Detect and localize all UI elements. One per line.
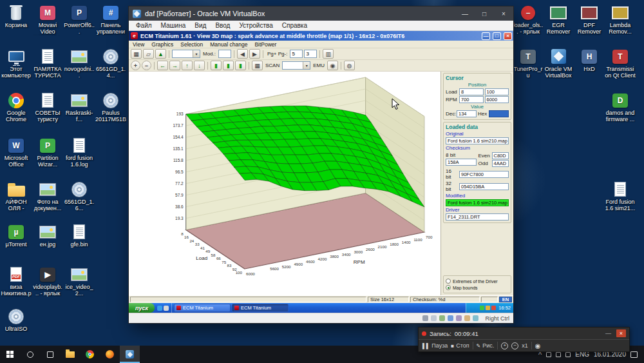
desktop-icon-photo[interactable]: Lambda Remov... bbox=[605, 4, 636, 35]
minimize-button[interactable]: — bbox=[455, 6, 475, 21]
load-max-field[interactable]: 100 bbox=[485, 88, 509, 95]
desktop-icon-app[interactable]: #Панель управления bbox=[95, 4, 126, 35]
extremes-option[interactable]: Extremes of the Driver bbox=[446, 279, 509, 284]
desktop-icon-img[interactable]: Raskraski-f... bbox=[64, 92, 95, 123]
close-button[interactable]: × bbox=[494, 6, 513, 21]
rotate-right-button[interactable]: → bbox=[169, 61, 180, 70]
xp-tray-icon[interactable] bbox=[486, 306, 490, 310]
desktop-icon-page[interactable]: gfe.bin bbox=[64, 223, 95, 248]
webcam-icon[interactable]: ◉ bbox=[535, 342, 541, 349]
tray-icon[interactable] bbox=[556, 352, 561, 357]
menu-item-Машина[interactable]: Машина bbox=[156, 22, 191, 29]
firefox-button[interactable] bbox=[100, 346, 120, 363]
rpm-value-field[interactable]: 700 bbox=[459, 96, 484, 103]
maximize-button[interactable]: □ bbox=[475, 6, 494, 21]
emu-button[interactable]: ◉ bbox=[327, 61, 338, 70]
hdd-icon[interactable] bbox=[422, 315, 428, 321]
desktop-icon-photo[interactable]: DPF Remover 2017.05 bbox=[574, 4, 605, 35]
map-table-button[interactable]: ▦ bbox=[252, 61, 263, 70]
xp-tray-icon[interactable] bbox=[491, 306, 496, 310]
scan-select[interactable]: ▾ bbox=[282, 61, 310, 70]
desktop-icon-app[interactable]: HHxD bbox=[574, 48, 605, 72]
desktop-icon-page[interactable]: СОВЕТЫ туристу СУ... bbox=[32, 92, 63, 123]
desktop-icon-disc[interactable]: 6561GD_1.6... bbox=[64, 181, 95, 211]
ecm-minimize-button[interactable]: — bbox=[482, 32, 490, 40]
recorder-titlebar[interactable]: Запись: 00:09:41 — × bbox=[419, 328, 629, 339]
bit32-value-field[interactable]: 054D15BA bbox=[459, 183, 509, 190]
driver-field[interactable]: F14_2311.DRT bbox=[446, 213, 509, 221]
ecm-menu-item[interactable]: Manual change bbox=[210, 41, 247, 48]
action-center-icon[interactable] bbox=[630, 351, 638, 358]
bit8-value-field[interactable]: 158A bbox=[446, 159, 477, 166]
desktop-icon-app[interactable]: TTransmission Qt Client bbox=[605, 48, 636, 79]
desktop-icon-app[interactable]: Ddamos and firmware ... bbox=[605, 92, 636, 123]
start-button[interactable] bbox=[0, 346, 20, 363]
mod-field[interactable] bbox=[218, 50, 231, 58]
desktop-icon-app[interactable]: MMovavi Video Editor Plus bbox=[32, 4, 63, 35]
desktop-icon-img[interactable]: ice_video_2... bbox=[64, 266, 95, 297]
tray-icon[interactable] bbox=[546, 352, 551, 357]
zoom-in-button[interactable]: + bbox=[131, 61, 140, 70]
menu-item-Справка[interactable]: Справка bbox=[278, 22, 312, 29]
desktop-icon-disc[interactable]: 6561GD_1.4... bbox=[95, 48, 126, 79]
page-minus-field[interactable]: 3 bbox=[304, 50, 317, 58]
desktop-icon-disc[interactable]: UltraISO bbox=[1, 308, 32, 332]
desktop-icon-chrome[interactable]: Google Chrome bbox=[1, 92, 32, 123]
desktop-icon-app[interactable]: PPowerOff6... bbox=[64, 4, 95, 35]
map-bounds-radio[interactable] bbox=[446, 285, 451, 290]
modified-file-field[interactable]: Ford fusion 1.6 sim210.map bbox=[446, 199, 509, 206]
3d-view-button[interactable]: ▲ bbox=[155, 49, 166, 59]
info-button[interactable]: ◍ bbox=[344, 61, 355, 70]
virtualbox-button[interactable] bbox=[120, 346, 140, 363]
odd-value-field[interactable]: 4AAD bbox=[492, 160, 509, 167]
desktop-icon-pdf[interactable]: виза Никитина.pdf bbox=[1, 266, 32, 297]
interpolate-button[interactable]: ▮ bbox=[235, 61, 246, 70]
audio-icon[interactable] bbox=[439, 315, 445, 321]
desktop-icon-disc[interactable]: Paulus 20117M51B... bbox=[95, 92, 126, 123]
tray-icon[interactable] bbox=[565, 352, 571, 357]
draw-button[interactable]: ✎ Рис. bbox=[477, 342, 495, 349]
rotate-up-button[interactable]: ↑ bbox=[182, 61, 193, 70]
desktop-icon-pc[interactable]: Этот компьютер bbox=[1, 48, 32, 79]
2d-view-button[interactable]: ▱ bbox=[143, 49, 154, 59]
original-file-field[interactable]: Ford fusion 1.6 sim210.map bbox=[446, 137, 509, 144]
menu-item-Устройства[interactable]: Устройства bbox=[234, 22, 277, 29]
xp-tray-icon[interactable] bbox=[480, 306, 484, 310]
xp-start-button[interactable]: пуск bbox=[129, 303, 155, 313]
task-view-button[interactable] bbox=[40, 346, 60, 363]
grid-button[interactable]: ▥ bbox=[323, 49, 334, 59]
page-plus-field[interactable]: 5 bbox=[290, 50, 303, 58]
stop-button[interactable]: ■ Стоп bbox=[451, 342, 469, 349]
desktop-icon-img[interactable]: novogodni... bbox=[64, 48, 95, 79]
chrome-button[interactable] bbox=[80, 346, 100, 363]
table-view-button[interactable]: ▦ bbox=[131, 49, 142, 59]
desktop-icon-folder[interactable]: АЙФОН ОЛЯ - ярлык bbox=[1, 181, 32, 212]
file-explorer-button[interactable] bbox=[60, 346, 80, 363]
shared-folder-icon[interactable] bbox=[464, 315, 470, 321]
menu-item-Файл[interactable]: Файл bbox=[131, 22, 156, 29]
desktop-icon-bin[interactable]: Корзина bbox=[1, 4, 32, 28]
quicklaunch-desktop-icon[interactable] bbox=[164, 306, 169, 311]
network-icon[interactable] bbox=[448, 315, 453, 321]
desktop-icon-photo[interactable]: EGR Remover 2017.05 bbox=[543, 4, 574, 35]
zoom-out-button[interactable]: − bbox=[142, 61, 151, 70]
desktop-icon-app[interactable]: WMicrosoft Office Wor... bbox=[1, 137, 32, 168]
ecm-menu-item[interactable]: BitPower bbox=[254, 41, 276, 48]
virtualbox-titlebar[interactable]: daf [Работает] - Oracle VM VirtualBox — … bbox=[129, 6, 513, 21]
extremes-radio[interactable] bbox=[446, 279, 451, 284]
increase-button[interactable]: ▮ bbox=[211, 61, 222, 70]
pause-button[interactable]: ▌▌ Пауза bbox=[422, 342, 448, 349]
load-value-field[interactable]: 8 bbox=[459, 88, 484, 95]
dec-value-field[interactable]: 134 bbox=[457, 110, 477, 117]
ecm-menu-item[interactable]: View bbox=[133, 41, 144, 48]
hex-value-field[interactable] bbox=[489, 110, 509, 117]
recorder-close-button[interactable]: × bbox=[616, 329, 626, 337]
ecm-menu-item[interactable]: Selection bbox=[180, 41, 203, 48]
ecm-maximize-button[interactable]: □ bbox=[493, 32, 501, 40]
desktop-icon-page[interactable]: ford fusion 1.6.log bbox=[64, 137, 95, 168]
bit16-value-field[interactable]: 90FC7800 bbox=[459, 171, 509, 178]
rpm-max-field[interactable]: 6000 bbox=[485, 96, 509, 103]
desktop-icon-app[interactable]: TTunerPro_ru bbox=[513, 48, 544, 79]
ecm-close-button[interactable]: × bbox=[504, 32, 512, 40]
desktop-icon-page[interactable]: ПАМЯТКА ТУРИСТАМ bbox=[32, 48, 63, 79]
